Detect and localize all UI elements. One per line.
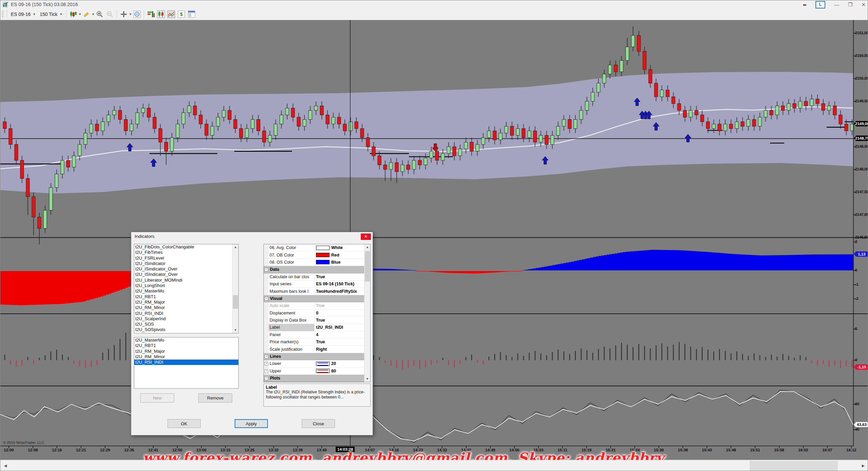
scrollbar-thumb[interactable] <box>233 295 238 309</box>
list-item[interactable]: t2U_FibDots_ColorChangable <box>134 244 238 250</box>
toolbar-grip[interactable] <box>2 11 4 18</box>
scroll-up-icon[interactable]: ▲ <box>364 244 370 250</box>
pin-icon[interactable]: ⬅ <box>803 2 807 7</box>
link-button[interactable]: L <box>815 1 825 8</box>
scroll-down-icon[interactable]: ▼ <box>233 327 238 333</box>
property-group-row[interactable]: −Visual <box>264 295 370 302</box>
indicator-properties-grid[interactable]: 06. Avg. ColorWhite07. OB ColorRed08. OS… <box>263 244 371 382</box>
chevron-down-icon[interactable]: ▼ <box>78 13 81 16</box>
crosshair-icon[interactable] <box>119 10 128 19</box>
restore-button[interactable]: ❐ <box>848 2 852 8</box>
remove-button[interactable]: Remove <box>198 393 232 403</box>
indicators-icon[interactable] <box>146 10 155 19</box>
list-item[interactable]: t2U_SOS <box>134 322 238 327</box>
chart-overview-icon[interactable] <box>133 10 141 19</box>
drawing-tools-icon[interactable] <box>82 10 91 19</box>
time-tick-label: 12:21 <box>73 448 89 452</box>
dialog-title-bar[interactable]: Indicators ✕ <box>131 232 373 241</box>
list-item[interactable]: t2U_FSRLevel <box>134 255 238 261</box>
collapse-icon[interactable]: − <box>264 355 268 359</box>
property-row[interactable]: Calculate on bar closTrue <box>264 273 370 281</box>
list-item[interactable]: t2U_LongShort <box>134 283 238 288</box>
scrollbar-thumb[interactable] <box>365 251 370 282</box>
property-row[interactable]: Scale justificationRight <box>264 346 370 353</box>
color-swatch <box>316 246 330 250</box>
property-row[interactable]: Labelt2U_RSI_INDI <box>264 324 370 331</box>
expand-icon[interactable]: + <box>264 362 268 366</box>
scroll-left-icon[interactable]: ◀ <box>0 460 11 471</box>
scrollbar-thumb[interactable] <box>750 461 838 471</box>
property-row[interactable]: Display in Data BoxTrue <box>264 317 370 324</box>
minimize-button[interactable]: — <box>834 2 839 8</box>
property-row[interactable]: Input seriesES 09-16 (150 Tick) <box>264 281 370 288</box>
list-scrollbar[interactable]: ▲▼ <box>232 244 238 333</box>
property-row[interactable]: +Upper80 <box>264 368 370 375</box>
zoom-out-icon[interactable] <box>105 10 114 19</box>
property-row[interactable]: Displacement0 <box>264 310 370 317</box>
property-group-row[interactable]: −Lines <box>264 353 370 360</box>
list-item[interactable]: t2U_ScalperInd <box>134 316 238 322</box>
ninjatrader-chart-window: ES 09-16 (150 Tick) 03.08.2016 ⬅ L — ❐ ✕… <box>0 0 868 471</box>
property-row[interactable]: Panel4 <box>264 331 370 339</box>
chevron-down-icon[interactable]: ▼ <box>92 13 95 16</box>
expand-icon[interactable]: + <box>264 369 268 373</box>
available-indicators-list[interactable]: t2U_FibDots_ColorChangablet2U_FibTimest2… <box>134 244 239 333</box>
property-row[interactable]: 06. Avg. ColorWhite <box>264 244 370 251</box>
chart-style-icon[interactable] <box>69 10 78 19</box>
app-chart-icon <box>2 2 8 7</box>
list-item[interactable]: t2U_ISIndicator_Over <box>134 272 238 277</box>
list-item[interactable]: t2U_ISindicator_Over <box>134 266 238 272</box>
separator <box>7 10 7 18</box>
chart-type-icon[interactable] <box>157 10 165 19</box>
horizontal-scrollbar[interactable]: ◀ ▶ <box>0 460 868 471</box>
close-dialog-button[interactable]: Close <box>302 419 335 428</box>
property-row[interactable]: 08. OS ColorBlue <box>264 259 370 266</box>
property-row[interactable]: Maximum bars look lTwoHundredFiftySix <box>264 288 370 295</box>
list-scrollbar[interactable]: ▲▼ <box>364 244 370 382</box>
list-item[interactable]: t2U_SOSpivots <box>134 327 238 332</box>
dialog-close-icon[interactable]: ✕ <box>361 233 371 240</box>
collapse-icon[interactable]: − <box>264 268 268 271</box>
apply-button[interactable]: Apply <box>235 419 268 428</box>
list-item[interactable]: t2U_RM_Major <box>134 300 238 305</box>
list-item[interactable]: t2U_MasterMo <box>134 337 238 343</box>
list-item[interactable]: t2U_Liberator_MOMIndi <box>134 278 238 283</box>
collapse-icon[interactable]: − <box>264 376 268 380</box>
scroll-down-icon[interactable]: ▼ <box>364 376 370 382</box>
close-button[interactable]: ✕ <box>861 2 866 8</box>
interval-dropdown[interactable]: 150 Tick▼ <box>38 11 64 18</box>
account-icon[interactable]: $ <box>177 10 186 19</box>
instrument-dropdown[interactable]: ES 09-16▼ <box>9 11 38 18</box>
list-item[interactable]: t2U_RM_Major <box>134 349 238 354</box>
property-row[interactable]: +AvgLine; Solid; 1px <box>264 382 370 382</box>
property-row[interactable]: +Lower20 <box>264 360 370 367</box>
property-row[interactable]: 07. OB ColorRed <box>264 251 370 259</box>
list-item[interactable]: t2U_RSI_INDI <box>134 360 238 365</box>
collapse-icon[interactable]: − <box>264 297 268 301</box>
regions-icon[interactable] <box>167 10 176 19</box>
list-item[interactable]: t2U_RSI_INDI <box>134 311 238 316</box>
zoom-in-icon[interactable] <box>95 10 104 19</box>
list-item[interactable]: t2U_RBT1 <box>134 343 238 348</box>
axis-tick-label: 60 <box>855 402 859 406</box>
list-item[interactable]: t2U_RM_Minor <box>134 305 238 310</box>
configured-indicators-list[interactable]: t2U_MasterMot2U_RBT1t2U_RM_Majort2U_RM_M… <box>134 337 239 389</box>
list-item[interactable]: t2U_RBT1 <box>134 294 238 300</box>
scroll-right-icon[interactable]: ▶ <box>858 460 868 471</box>
ok-button[interactable]: OK <box>167 419 201 428</box>
databox-icon[interactable] <box>187 10 196 19</box>
chart-area[interactable]: 2151,002150,502150,002149,502148,502148,… <box>0 20 868 460</box>
list-item[interactable]: t2U_FibTimes <box>134 250 238 255</box>
property-row[interactable]: Price marker(s)True <box>264 339 370 346</box>
property-group-row[interactable]: −Data <box>264 266 370 273</box>
price-chart-canvas[interactable] <box>0 20 868 460</box>
chevron-down-icon[interactable]: ▼ <box>129 13 132 16</box>
list-item[interactable]: t2U_ISindicator <box>134 261 238 266</box>
list-item[interactable]: t2U_RM_Minor <box>134 354 238 360</box>
list-item[interactable]: t2U_MasterMo <box>134 288 238 294</box>
property-row[interactable]: Auto scaleTrue <box>264 302 370 309</box>
property-group-row[interactable]: −Plots <box>264 375 370 382</box>
new-button[interactable]: New <box>140 393 174 403</box>
scroll-up-icon[interactable]: ▲ <box>233 244 238 250</box>
title-bar[interactable]: ES 09-16 (150 Tick) 03.08.2016 ⬅ L — ❐ ✕ <box>0 0 868 8</box>
